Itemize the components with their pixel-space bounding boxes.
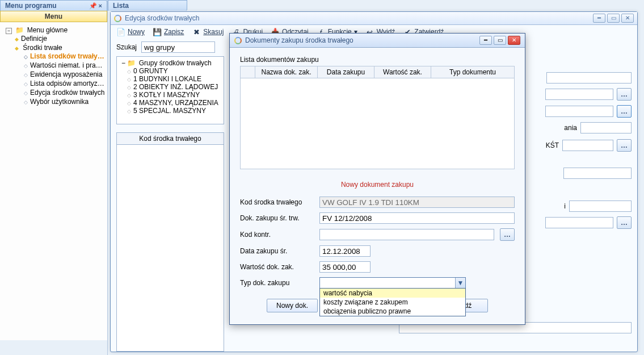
lookup-button[interactable]: … (617, 105, 632, 118)
search-input[interactable] (141, 41, 215, 53)
folder-icon: 📁 (127, 59, 136, 67)
kontr-input[interactable] (319, 229, 494, 240)
minimize-button[interactable]: ━ (479, 36, 492, 45)
rhs-label: ania (564, 124, 577, 132)
rhs-field-7[interactable] (569, 201, 632, 212)
list-label: Lista dokumentów zakupu (240, 56, 515, 64)
nav-tree: − 📁 Menu główne Definicje Środki trwałe … (0, 22, 107, 340)
tree-item-lista-srodkow[interactable]: Lista środków trwałych (24, 52, 105, 61)
lista-tab[interactable]: Lista (108, 0, 187, 11)
kod-list[interactable] (116, 145, 224, 352)
rhs-field-4[interactable] (580, 122, 632, 133)
group-item[interactable]: 0 GRUNTY (127, 67, 221, 75)
wart-input[interactable] (319, 261, 371, 273)
wart-label: Wartość dok. zak. (240, 263, 314, 271)
new-icon: 📄 (116, 27, 125, 36)
typ-select[interactable]: ▼ (319, 277, 466, 289)
typ-option[interactable]: obciązenia publiczno prawne (320, 307, 465, 316)
dok-label: Dok. zakupu śr. trw. (240, 214, 314, 222)
rhs-field-2[interactable] (545, 89, 613, 100)
delete-icon: ✖ (192, 27, 201, 36)
close-button[interactable]: ✕ (508, 36, 520, 45)
app-icon (114, 15, 121, 22)
tree-item-wybor[interactable]: Wybór użytkownika (24, 97, 105, 106)
collapse-icon[interactable]: − (6, 28, 12, 34)
col-typ[interactable]: Typ dokumentu (431, 66, 514, 78)
dialog-title: Dokumenty zakupu środka trwałego (245, 36, 353, 44)
kod-input (319, 197, 515, 208)
tb-zapisz[interactable]: 💾Zapisz (153, 27, 184, 36)
lookup-button[interactable]: … (617, 216, 632, 229)
kod-header: Kod środka trwałego (116, 132, 224, 145)
tree-item-definicje[interactable]: Definicje (15, 34, 105, 43)
nowy-dok-button[interactable]: Nowy dok. (267, 299, 318, 312)
tree-item-ewidencja[interactable]: Ewidencja wyposażenia (24, 70, 105, 79)
edit-window-title: Edycja środków trwałych (125, 14, 199, 22)
rhs-field-1[interactable] (546, 72, 632, 83)
dok-input[interactable] (319, 212, 515, 224)
purchase-docs-dialog: Dokumenty zakupu środka trwałego ━ ▭ ✕ L… (229, 33, 525, 325)
data-label: Data zakupu śr. (240, 247, 314, 255)
menu-panel-title: Menu programu (5, 2, 57, 10)
tree-item-edycja[interactable]: Edycja środków trwałych (24, 88, 105, 97)
group-item[interactable]: 3 KOTŁY I MASZYNY (127, 91, 221, 99)
menu-heading: Menu (0, 11, 107, 22)
typ-select-dropdown: wartość nabycia koszty związane z zakupe… (319, 288, 466, 316)
tree-root[interactable]: − 📁 Menu główne Definicje Środki trwałe … (6, 26, 105, 107)
group-item[interactable]: 1 BUDYNKI I LOKALE (127, 75, 221, 83)
content-area: Lista Edycja środków trwałych ━ ▭ ✕ 📄Now… (108, 0, 644, 355)
menu-panel: Menu programu 📌 × Menu − 📁 Menu główne D… (0, 0, 108, 355)
rhs-field-8[interactable] (545, 217, 613, 228)
chevron-down-icon[interactable]: ▼ (455, 278, 465, 288)
tree-item-odpisy[interactable]: Lista odpisów amortyzacyjnych (24, 79, 105, 88)
edit-window-titlebar: Edycja środków trwałych ━ ▭ ✕ (111, 12, 637, 25)
grid-body[interactable] (240, 78, 515, 169)
col-selector[interactable] (241, 66, 255, 78)
lookup-button[interactable]: … (617, 88, 632, 101)
dialog-titlebar: Dokumenty zakupu środka trwałego ━ ▭ ✕ (230, 34, 525, 48)
section-heading: Nowy dokument zakupu (240, 181, 515, 189)
kod-label: Kod środka trwałego (240, 198, 314, 206)
minimize-button[interactable]: ━ (593, 14, 605, 23)
app-icon (234, 37, 242, 44)
col-nazwa[interactable]: Nazwa dok. zak. (255, 66, 318, 78)
rhs-field-3[interactable] (545, 106, 613, 117)
search-label: Szukaj (116, 43, 137, 51)
group-root[interactable]: − 📁 Grupy środków trwałych 0 GRUNTY 1 BU… (119, 59, 221, 115)
typ-option[interactable]: wartość nabycia (320, 289, 465, 298)
col-data[interactable]: Data zakupu (318, 66, 374, 78)
group-item[interactable]: 2 OBIEKTY INŻ. LĄDOWEJ (127, 83, 221, 91)
typ-label: Typ dok. zakupu (240, 279, 314, 287)
rhs-field-5[interactable] (562, 140, 613, 151)
tb-skasuj[interactable]: ✖Skasuj (192, 27, 224, 36)
pin-icon[interactable]: 📌 × (89, 2, 102, 10)
collapse-icon[interactable]: − (121, 59, 125, 67)
folder-icon: 📁 (15, 26, 24, 34)
rhs-field-6[interactable] (563, 168, 632, 179)
tb-nowy[interactable]: 📄Nowy (116, 27, 145, 36)
rhs-label: i (564, 202, 566, 210)
rhs-label: KŚT (546, 141, 559, 149)
group-item[interactable]: 5 SPECJAL. MASZYNY (127, 107, 221, 115)
save-icon: 💾 (153, 27, 162, 36)
group-item[interactable]: 4 MASZYNY, URZĄDZENIA (127, 99, 221, 107)
maximize-button[interactable]: ▭ (607, 14, 620, 23)
col-wartosc[interactable]: Wartość zak. (374, 66, 431, 78)
grid-header: Nazwa dok. zak. Data zakupu Wartość zak.… (240, 66, 515, 78)
typ-option[interactable]: koszty związane z zakupem (320, 298, 465, 307)
kontr-label: Kod kontr. (240, 231, 314, 239)
lookup-button[interactable]: … (500, 228, 515, 241)
data-input[interactable] (319, 245, 371, 257)
menu-panel-tab: Menu programu 📌 × (0, 0, 107, 11)
close-button[interactable]: ✕ (621, 14, 634, 23)
tree-item-wartosci[interactable]: Wartości niemat. i prawne (24, 61, 105, 70)
tree-item-srodki[interactable]: Środki trwałe Lista środków trwałych War… (15, 43, 105, 107)
maximize-button[interactable]: ▭ (494, 36, 506, 45)
group-tree[interactable]: − 📁 Grupy środków trwałych 0 GRUNTY 1 BU… (116, 56, 224, 124)
lookup-button[interactable]: … (617, 139, 632, 152)
